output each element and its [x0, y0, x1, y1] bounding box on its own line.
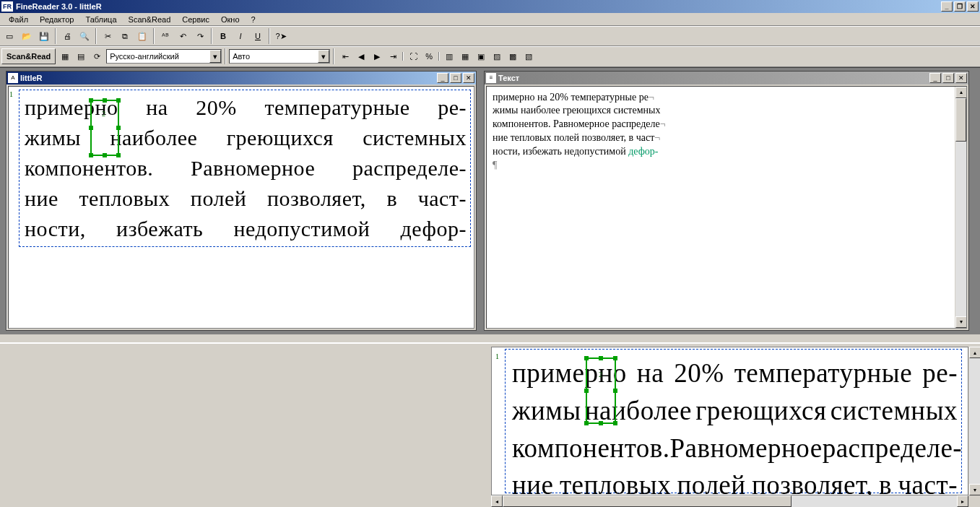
- scroll-right-button[interactable]: ▸: [957, 495, 968, 507]
- scrollbar-vertical[interactable]: ▴ ▾: [955, 87, 966, 328]
- language-dropdown[interactable]: Русско-английский ▾: [106, 49, 222, 64]
- window-close-button[interactable]: ✕: [955, 73, 967, 83]
- image-window-title: littleR: [20, 74, 437, 82]
- nav-last-button[interactable]: ⇥: [385, 49, 401, 65]
- spell-button[interactable]: ᴬᴮ: [157, 28, 173, 44]
- undo-button[interactable]: ↶: [175, 28, 191, 44]
- text-line: ности, избежать недопустимой дефор-: [493, 145, 961, 159]
- menu-?[interactable]: ?: [246, 14, 261, 25]
- menu-окно[interactable]: Окно: [215, 14, 246, 25]
- layout-d-button[interactable]: ▨: [489, 49, 505, 65]
- menu-файл[interactable]: Файл: [3, 14, 34, 25]
- scroll-down-button[interactable]: ▾: [969, 484, 980, 495]
- underline-button[interactable]: U: [250, 28, 266, 44]
- nav-prev-button[interactable]: ◀: [353, 49, 369, 65]
- recognized-text[interactable]: примерно на 20% температурные ре¬жимы на…: [487, 87, 966, 177]
- scroll-down-button[interactable]: ▾: [955, 316, 967, 328]
- binoculars-button[interactable]: 🔍: [77, 28, 92, 44]
- nav-prev-icon: ◀: [358, 52, 364, 61]
- nav-next-button[interactable]: ▶: [369, 49, 385, 65]
- scan-and-read-button[interactable]: Scan&Read: [1, 48, 56, 64]
- layout-b-button[interactable]: ▦: [457, 49, 473, 65]
- window-minimize-button[interactable]: _: [437, 73, 448, 83]
- binoculars-icon: 🔍: [79, 32, 90, 41]
- save-button[interactable]: 💾: [36, 28, 52, 44]
- new-button[interactable]: ▭: [1, 28, 17, 44]
- window-close-button[interactable]: ✕: [463, 73, 474, 83]
- chevron-down-icon[interactable]: ▾: [209, 50, 221, 63]
- page-button[interactable]: ▤: [73, 48, 89, 64]
- maximize-button[interactable]: ❐: [954, 1, 966, 12]
- scroll-thumb[interactable]: [503, 495, 792, 507]
- selection-box[interactable]: 2: [586, 358, 616, 424]
- rotate-button[interactable]: ⟳: [89, 48, 105, 64]
- document-icon: A: [8, 73, 18, 83]
- layout-e-button[interactable]: ▩: [505, 49, 521, 65]
- nav-last-icon: ⇥: [390, 52, 396, 61]
- zoom-text-line: жимынаиболеегреющихсясистемных: [512, 392, 958, 430]
- batch-icon: ▦: [61, 52, 69, 61]
- redo-button[interactable]: ↷: [192, 28, 208, 44]
- selection-box[interactable]: 2: [90, 100, 119, 156]
- image-window-body[interactable]: 1 примернона20%температурныере-жимынаибо…: [8, 86, 474, 329]
- toolbar-secondary: Scan&Read ▦▤⟳ Русско-английский ▾ Авто ▾…: [0, 46, 980, 67]
- zoom-fit-icon: ⛶: [409, 52, 417, 61]
- open-icon: 📂: [22, 32, 32, 41]
- text-window[interactable]: ≡ Текст _ □ ✕ примерно на 20% температур…: [484, 71, 969, 331]
- language-value: Русско-английский: [107, 52, 182, 61]
- nav-first-button[interactable]: ⇤: [337, 49, 353, 65]
- chevron-down-icon[interactable]: ▾: [318, 50, 329, 63]
- scroll-up-button[interactable]: ▴: [969, 347, 980, 358]
- mode-dropdown[interactable]: Авто ▾: [229, 49, 330, 64]
- italic-button[interactable]: I: [233, 28, 248, 44]
- scroll-left-button[interactable]: ◂: [491, 495, 503, 507]
- zoom-fit-button[interactable]: ⛶: [405, 48, 421, 64]
- window-maximize-button[interactable]: □: [450, 73, 461, 83]
- help-context-button[interactable]: ?➤: [273, 28, 289, 44]
- rotate-icon: ⟳: [94, 52, 100, 61]
- text-line: жимы наиболее греющихся системных: [493, 104, 961, 118]
- scrollbar-horizontal[interactable]: ◂ ▸: [491, 495, 968, 507]
- window-maximize-button[interactable]: □: [942, 73, 954, 83]
- print-button[interactable]: 🖨: [59, 28, 75, 44]
- window-minimize-button[interactable]: _: [929, 73, 941, 83]
- layout-a-button[interactable]: ▥: [441, 49, 457, 65]
- image-window-titlebar[interactable]: A littleR _ □ ✕: [6, 72, 476, 84]
- batch-button[interactable]: ▦: [57, 48, 73, 64]
- titlebar: FR FineReader 3.0 - littleR _ ❐ ✕: [0, 0, 980, 13]
- mdi-workarea: A littleR _ □ ✕ 1 примернона20%температу…: [0, 67, 980, 334]
- print-icon: 🖨: [64, 32, 71, 40]
- cut-button[interactable]: ✂: [100, 28, 116, 44]
- layout-c-button[interactable]: ▣: [473, 49, 489, 65]
- save-icon: 💾: [39, 32, 49, 41]
- menu-сервис[interactable]: Сервис: [176, 14, 215, 25]
- menubar: ФайлРедакторТаблицаScan&ReadСервисОкно?: [0, 13, 980, 26]
- zoom-content: примернона20%температурныере-жимынаиболе…: [492, 347, 968, 495]
- menu-таблица[interactable]: Таблица: [79, 14, 122, 25]
- bold-button[interactable]: B: [215, 28, 231, 44]
- mode-value: Авто: [230, 52, 253, 61]
- italic-icon: I: [239, 32, 241, 40]
- bold-icon: B: [220, 32, 226, 40]
- open-button[interactable]: 📂: [19, 28, 35, 44]
- text-window-body[interactable]: примерно на 20% температурные ре¬жимы на…: [486, 86, 967, 329]
- paste-button[interactable]: 📋: [134, 28, 150, 44]
- image-text-line: ности,избежатьнедопустимойдефор-: [25, 214, 467, 244]
- layout-f-button[interactable]: ▧: [521, 49, 537, 65]
- zoom-100-button[interactable]: %: [421, 48, 437, 64]
- text-window-titlebar[interactable]: ≡ Текст _ □ ✕: [485, 72, 968, 84]
- minimize-button[interactable]: _: [941, 1, 953, 12]
- layout-c-icon: ▣: [477, 52, 485, 61]
- copy-button[interactable]: ⧉: [117, 28, 133, 44]
- redo-icon: ↷: [197, 32, 204, 41]
- scrollbar-vertical[interactable]: ▴ ▾: [968, 347, 980, 495]
- scroll-thumb[interactable]: [955, 98, 966, 142]
- scroll-up-button[interactable]: ▴: [955, 87, 967, 98]
- zoom-view[interactable]: 1 примернона20%температурныере-жимынаибо…: [491, 347, 968, 495]
- close-button[interactable]: ✕: [967, 1, 979, 12]
- paragraph-mark: ¶: [493, 159, 961, 173]
- nav-next-icon: ▶: [374, 52, 380, 61]
- menu-редактор[interactable]: Редактор: [34, 14, 79, 25]
- menu-scan&read[interactable]: Scan&Read: [123, 14, 177, 25]
- image-window[interactable]: A littleR _ □ ✕ 1 примернона20%температу…: [6, 71, 477, 331]
